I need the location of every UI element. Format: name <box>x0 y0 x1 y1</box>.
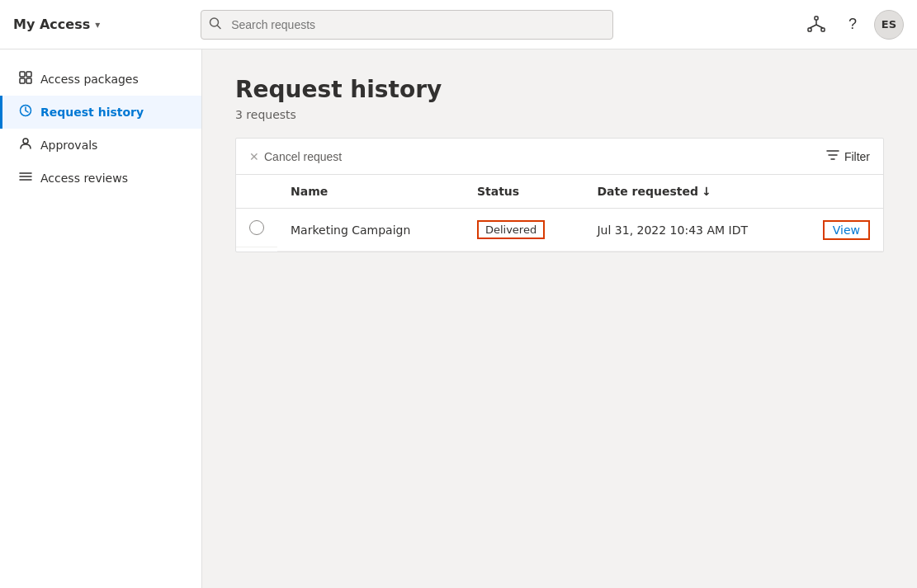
row-radio-button[interactable] <box>249 220 264 235</box>
col-name: Name <box>277 175 464 209</box>
row-name-cell: Marketing Campaign <box>277 209 464 252</box>
sidebar: Access packages Request history Approval… <box>0 49 202 588</box>
app-title: My Access <box>13 16 90 32</box>
row-status-cell: Delivered <box>464 209 584 252</box>
col-select <box>236 175 277 209</box>
sidebar-item-approvals[interactable]: Approvals <box>0 129 201 162</box>
table-body: Marketing Campaign Delivered Jul 31, 202… <box>236 209 883 252</box>
avatar-initials: ES <box>882 18 896 31</box>
svg-rect-10 <box>20 78 25 83</box>
app-header: My Access ▾ ? ES <box>0 0 917 49</box>
cancel-request-label: Cancel request <box>264 150 342 163</box>
svg-rect-8 <box>20 72 25 77</box>
svg-rect-9 <box>26 72 31 77</box>
chevron-down-icon: ▾ <box>95 19 100 31</box>
x-icon: ✕ <box>249 150 259 163</box>
svg-line-6 <box>810 25 816 28</box>
table-icon <box>19 71 32 87</box>
sidebar-item-access-reviews[interactable]: Access reviews <box>0 162 201 195</box>
requests-table: Name Status Date requested ↓ <box>236 175 883 252</box>
page-title: Request history <box>235 76 884 103</box>
table-row: Marketing Campaign Delivered Jul 31, 202… <box>236 209 883 252</box>
sidebar-item-access-packages[interactable]: Access packages <box>0 63 201 96</box>
help-icon-button[interactable]: ? <box>838 10 867 40</box>
svg-rect-4 <box>821 28 825 31</box>
col-status: Status <box>464 175 584 209</box>
svg-rect-11 <box>26 78 31 83</box>
svg-line-7 <box>816 25 823 28</box>
row-action-cell: View <box>810 209 883 252</box>
sort-icon: ↓ <box>702 185 711 198</box>
network-icon-button[interactable] <box>801 10 831 40</box>
svg-rect-3 <box>808 28 811 31</box>
search-icon <box>209 16 222 32</box>
list-icon <box>19 170 32 186</box>
request-count: 3 requests <box>235 108 884 121</box>
header-actions: ? ES <box>801 10 904 40</box>
user-avatar[interactable]: ES <box>874 10 904 40</box>
main-layout: Access packages Request history Approval… <box>0 49 917 588</box>
svg-rect-2 <box>815 16 818 20</box>
cancel-request-button[interactable]: ✕ Cancel request <box>249 150 342 163</box>
table-header: Name Status Date requested ↓ <box>236 175 883 209</box>
row-select-cell <box>236 209 277 247</box>
row-date-cell: Jul 31, 2022 10:43 AM IDT <box>584 209 809 252</box>
sidebar-label-access-packages: Access packages <box>40 73 139 86</box>
sidebar-label-approvals: Approvals <box>40 139 97 152</box>
status-badge: Delivered <box>477 220 545 239</box>
person-icon <box>19 137 32 153</box>
main-content: Request history 3 requests ✕ Cancel requ… <box>202 49 917 588</box>
sidebar-label-access-reviews: Access reviews <box>40 172 128 185</box>
sidebar-label-request-history: Request history <box>40 106 144 119</box>
table-toolbar: ✕ Cancel request Filter <box>236 139 883 175</box>
filter-button[interactable]: Filter <box>826 148 870 164</box>
brand-logo[interactable]: My Access ▾ <box>13 16 100 32</box>
svg-line-1 <box>218 26 221 29</box>
sidebar-item-request-history[interactable]: Request history <box>0 96 201 129</box>
search-bar <box>201 10 613 40</box>
col-action <box>810 175 883 209</box>
filter-label: Filter <box>844 150 870 163</box>
view-link[interactable]: View <box>823 220 870 240</box>
svg-point-13 <box>23 139 28 143</box>
search-input[interactable] <box>201 10 613 40</box>
request-table-container: ✕ Cancel request Filter <box>235 138 884 252</box>
col-date: Date requested ↓ <box>584 175 809 209</box>
question-mark-icon: ? <box>848 16 857 33</box>
filter-icon <box>826 148 839 164</box>
clock-icon <box>19 104 32 120</box>
